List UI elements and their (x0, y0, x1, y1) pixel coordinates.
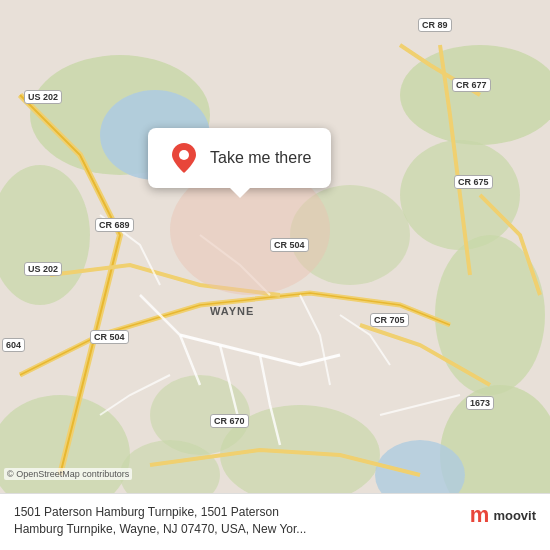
osm-attribution: © OpenStreetMap contributors (4, 468, 132, 480)
address-info: 1501 Paterson Hamburg Turnpike, 1501 Pat… (14, 504, 460, 538)
map-container: US 202 CR 89 CR 677 CR 689 CR 504 US 202… (0, 0, 550, 550)
address-text: 1501 Paterson Hamburg Turnpike, 1501 Pat… (14, 504, 460, 538)
callout-label: Take me there (210, 149, 311, 167)
road-sign-cr689: CR 689 (95, 218, 134, 232)
road-sign-cr675: CR 675 (454, 175, 493, 189)
road-sign-us202-top: US 202 (24, 90, 62, 104)
take-me-there-callout[interactable]: Take me there (148, 128, 331, 188)
road-sign-1673: 1673 (466, 396, 494, 410)
road-sign-cr89: CR 89 (418, 18, 452, 32)
road-sign-cr504-top: CR 504 (270, 238, 309, 252)
road-sign-us202-mid: US 202 (24, 262, 62, 276)
info-bar: 1501 Paterson Hamburg Turnpike, 1501 Pat… (0, 493, 550, 550)
place-label-wayne: WAYNE (210, 305, 254, 317)
moovit-logo-text: moovit (493, 508, 536, 523)
road-sign-604: 604 (2, 338, 25, 352)
road-sign-cr670: CR 670 (210, 414, 249, 428)
road-sign-cr504-bot: CR 504 (90, 330, 129, 344)
location-pin-icon (168, 142, 200, 174)
moovit-branding: m moovit (470, 504, 536, 526)
road-sign-cr677: CR 677 (452, 78, 491, 92)
road-sign-cr705: CR 705 (370, 313, 409, 327)
moovit-logo: m moovit (470, 504, 536, 526)
moovit-logo-letter: m (470, 504, 490, 526)
svg-point-16 (179, 150, 189, 160)
